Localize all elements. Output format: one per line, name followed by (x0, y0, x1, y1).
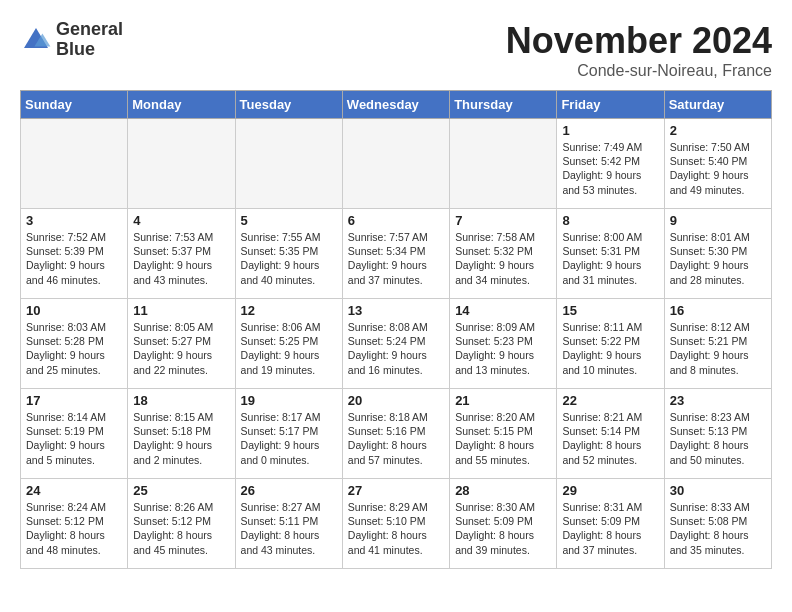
calendar-week-row: 1Sunrise: 7:49 AM Sunset: 5:42 PM Daylig… (21, 119, 772, 209)
day-number: 26 (241, 483, 337, 498)
day-info: Sunrise: 8:30 AM Sunset: 5:09 PM Dayligh… (455, 500, 551, 557)
day-number: 18 (133, 393, 229, 408)
day-info: Sunrise: 8:23 AM Sunset: 5:13 PM Dayligh… (670, 410, 766, 467)
calendar-cell: 10Sunrise: 8:03 AM Sunset: 5:28 PM Dayli… (21, 299, 128, 389)
day-info: Sunrise: 8:06 AM Sunset: 5:25 PM Dayligh… (241, 320, 337, 377)
page-header: General Blue November 2024 Conde-sur-Noi… (20, 20, 772, 80)
day-number: 11 (133, 303, 229, 318)
day-info: Sunrise: 8:18 AM Sunset: 5:16 PM Dayligh… (348, 410, 444, 467)
calendar-cell: 11Sunrise: 8:05 AM Sunset: 5:27 PM Dayli… (128, 299, 235, 389)
calendar-cell: 21Sunrise: 8:20 AM Sunset: 5:15 PM Dayli… (450, 389, 557, 479)
calendar-cell: 28Sunrise: 8:30 AM Sunset: 5:09 PM Dayli… (450, 479, 557, 569)
day-number: 10 (26, 303, 122, 318)
calendar-cell: 29Sunrise: 8:31 AM Sunset: 5:09 PM Dayli… (557, 479, 664, 569)
day-info: Sunrise: 8:11 AM Sunset: 5:22 PM Dayligh… (562, 320, 658, 377)
day-of-week-header: Thursday (450, 91, 557, 119)
calendar-week-row: 17Sunrise: 8:14 AM Sunset: 5:19 PM Dayli… (21, 389, 772, 479)
day-info: Sunrise: 7:55 AM Sunset: 5:35 PM Dayligh… (241, 230, 337, 287)
calendar-cell (450, 119, 557, 209)
day-number: 6 (348, 213, 444, 228)
calendar-cell: 12Sunrise: 8:06 AM Sunset: 5:25 PM Dayli… (235, 299, 342, 389)
day-info: Sunrise: 8:15 AM Sunset: 5:18 PM Dayligh… (133, 410, 229, 467)
day-number: 19 (241, 393, 337, 408)
day-of-week-header: Tuesday (235, 91, 342, 119)
day-info: Sunrise: 8:12 AM Sunset: 5:21 PM Dayligh… (670, 320, 766, 377)
day-of-week-header: Monday (128, 91, 235, 119)
day-info: Sunrise: 8:14 AM Sunset: 5:19 PM Dayligh… (26, 410, 122, 467)
logo-text: General Blue (56, 20, 123, 60)
calendar-cell: 4Sunrise: 7:53 AM Sunset: 5:37 PM Daylig… (128, 209, 235, 299)
day-number: 8 (562, 213, 658, 228)
day-info: Sunrise: 7:58 AM Sunset: 5:32 PM Dayligh… (455, 230, 551, 287)
calendar-cell: 5Sunrise: 7:55 AM Sunset: 5:35 PM Daylig… (235, 209, 342, 299)
calendar-cell: 14Sunrise: 8:09 AM Sunset: 5:23 PM Dayli… (450, 299, 557, 389)
day-info: Sunrise: 8:08 AM Sunset: 5:24 PM Dayligh… (348, 320, 444, 377)
calendar-cell: 2Sunrise: 7:50 AM Sunset: 5:40 PM Daylig… (664, 119, 771, 209)
calendar-cell: 8Sunrise: 8:00 AM Sunset: 5:31 PM Daylig… (557, 209, 664, 299)
calendar-cell: 26Sunrise: 8:27 AM Sunset: 5:11 PM Dayli… (235, 479, 342, 569)
day-info: Sunrise: 8:33 AM Sunset: 5:08 PM Dayligh… (670, 500, 766, 557)
calendar-cell: 18Sunrise: 8:15 AM Sunset: 5:18 PM Dayli… (128, 389, 235, 479)
day-number: 2 (670, 123, 766, 138)
day-info: Sunrise: 8:01 AM Sunset: 5:30 PM Dayligh… (670, 230, 766, 287)
calendar-cell: 6Sunrise: 7:57 AM Sunset: 5:34 PM Daylig… (342, 209, 449, 299)
logo: General Blue (20, 20, 123, 60)
day-number: 24 (26, 483, 122, 498)
calendar-cell: 9Sunrise: 8:01 AM Sunset: 5:30 PM Daylig… (664, 209, 771, 299)
calendar-cell (235, 119, 342, 209)
day-number: 25 (133, 483, 229, 498)
day-info: Sunrise: 8:27 AM Sunset: 5:11 PM Dayligh… (241, 500, 337, 557)
location-title: Conde-sur-Noireau, France (506, 62, 772, 80)
day-info: Sunrise: 8:31 AM Sunset: 5:09 PM Dayligh… (562, 500, 658, 557)
day-info: Sunrise: 7:52 AM Sunset: 5:39 PM Dayligh… (26, 230, 122, 287)
calendar-cell: 23Sunrise: 8:23 AM Sunset: 5:13 PM Dayli… (664, 389, 771, 479)
day-number: 15 (562, 303, 658, 318)
calendar-cell: 1Sunrise: 7:49 AM Sunset: 5:42 PM Daylig… (557, 119, 664, 209)
calendar-cell: 25Sunrise: 8:26 AM Sunset: 5:12 PM Dayli… (128, 479, 235, 569)
day-number: 13 (348, 303, 444, 318)
day-of-week-header: Saturday (664, 91, 771, 119)
day-number: 20 (348, 393, 444, 408)
day-number: 5 (241, 213, 337, 228)
calendar-cell: 15Sunrise: 8:11 AM Sunset: 5:22 PM Dayli… (557, 299, 664, 389)
day-info: Sunrise: 8:24 AM Sunset: 5:12 PM Dayligh… (26, 500, 122, 557)
calendar-cell (128, 119, 235, 209)
day-number: 28 (455, 483, 551, 498)
day-number: 7 (455, 213, 551, 228)
calendar-cell: 13Sunrise: 8:08 AM Sunset: 5:24 PM Dayli… (342, 299, 449, 389)
day-number: 9 (670, 213, 766, 228)
calendar-cell: 24Sunrise: 8:24 AM Sunset: 5:12 PM Dayli… (21, 479, 128, 569)
day-number: 3 (26, 213, 122, 228)
day-number: 14 (455, 303, 551, 318)
calendar-cell: 17Sunrise: 8:14 AM Sunset: 5:19 PM Dayli… (21, 389, 128, 479)
calendar-cell (21, 119, 128, 209)
day-info: Sunrise: 8:20 AM Sunset: 5:15 PM Dayligh… (455, 410, 551, 467)
day-number: 30 (670, 483, 766, 498)
calendar-week-row: 10Sunrise: 8:03 AM Sunset: 5:28 PM Dayli… (21, 299, 772, 389)
day-info: Sunrise: 8:26 AM Sunset: 5:12 PM Dayligh… (133, 500, 229, 557)
day-info: Sunrise: 7:57 AM Sunset: 5:34 PM Dayligh… (348, 230, 444, 287)
day-of-week-header: Wednesday (342, 91, 449, 119)
calendar-table: SundayMondayTuesdayWednesdayThursdayFrid… (20, 90, 772, 569)
day-number: 4 (133, 213, 229, 228)
day-number: 29 (562, 483, 658, 498)
calendar-cell: 3Sunrise: 7:52 AM Sunset: 5:39 PM Daylig… (21, 209, 128, 299)
day-number: 16 (670, 303, 766, 318)
day-number: 12 (241, 303, 337, 318)
calendar-cell: 19Sunrise: 8:17 AM Sunset: 5:17 PM Dayli… (235, 389, 342, 479)
calendar-cell: 30Sunrise: 8:33 AM Sunset: 5:08 PM Dayli… (664, 479, 771, 569)
day-number: 23 (670, 393, 766, 408)
calendar-cell: 22Sunrise: 8:21 AM Sunset: 5:14 PM Dayli… (557, 389, 664, 479)
day-number: 1 (562, 123, 658, 138)
day-info: Sunrise: 7:50 AM Sunset: 5:40 PM Dayligh… (670, 140, 766, 197)
day-info: Sunrise: 8:03 AM Sunset: 5:28 PM Dayligh… (26, 320, 122, 377)
title-area: November 2024 Conde-sur-Noireau, France (506, 20, 772, 80)
day-info: Sunrise: 8:00 AM Sunset: 5:31 PM Dayligh… (562, 230, 658, 287)
calendar-week-row: 24Sunrise: 8:24 AM Sunset: 5:12 PM Dayli… (21, 479, 772, 569)
day-number: 17 (26, 393, 122, 408)
calendar-cell: 16Sunrise: 8:12 AM Sunset: 5:21 PM Dayli… (664, 299, 771, 389)
calendar-cell: 27Sunrise: 8:29 AM Sunset: 5:10 PM Dayli… (342, 479, 449, 569)
day-of-week-header: Friday (557, 91, 664, 119)
day-info: Sunrise: 8:05 AM Sunset: 5:27 PM Dayligh… (133, 320, 229, 377)
day-of-week-header: Sunday (21, 91, 128, 119)
